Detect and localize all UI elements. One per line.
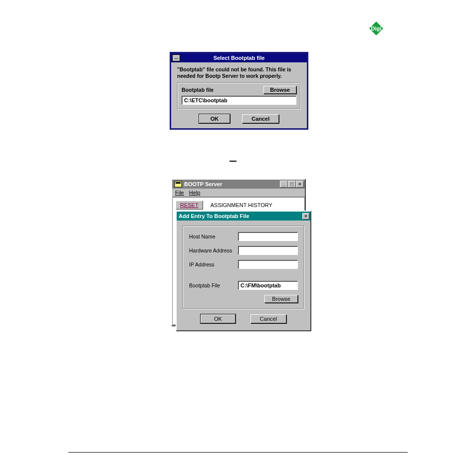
add-entry-titlebar[interactable]: Add Entry To Bootptab File × [177,212,310,221]
cancel-button[interactable]: Cancel [242,114,279,123]
svg-rect-2 [175,181,182,187]
browse-button[interactable]: Browse [264,295,298,303]
hardware-address-label: Hardware Address [189,247,238,253]
close-icon[interactable]: × [302,213,309,220]
svg-text:Digi: Digi [371,25,382,31]
browse-button[interactable]: Browse [263,86,296,94]
add-entry-title: Add Entry To Bootptab File [179,213,249,219]
menubar: File Help [172,189,305,197]
dialog-message: "Bootptab" file could not be found. This… [177,66,301,79]
ip-address-label: IP Address [189,261,238,267]
bootptab-field-label: Bootptab file [182,87,214,93]
close-icon[interactable]: × [296,181,304,188]
menu-help[interactable]: Help [189,190,201,196]
app-icon [174,181,182,188]
bootptab-groupbox: Bootptab file Browse [177,82,301,109]
menu-file[interactable]: File [175,190,184,196]
host-name-input[interactable] [238,232,298,241]
entry-fields-groupbox: Host Name Hardware Address IP Address Bo… [183,226,304,309]
select-bootptab-dialog: — Select Bootptab file "Bootptab" file c… [170,52,308,130]
digi-logo: Digi [366,20,386,37]
assignment-history-label: ASSIGNMENT HISTORY [211,202,272,208]
add-entry-dialog: Add Entry To Bootptab File × Host Name H… [176,211,311,331]
bootptab-path-input[interactable] [182,96,296,105]
server-titlebar[interactable]: BOOTP Server _ □ × [172,180,305,189]
host-name-label: Host Name [189,234,238,239]
reset-button[interactable]: RESET [176,201,203,210]
ip-address-input[interactable] [238,260,298,269]
bootptab-file-label: Bootptab File [189,282,238,288]
hardware-address-input[interactable] [238,246,298,255]
bootptab-file-input[interactable] [238,281,298,290]
dialog-titlebar[interactable]: — Select Bootptab file [171,53,307,62]
system-menu-icon[interactable]: — [172,54,180,61]
server-title: BOOTP Server [184,181,222,187]
ok-button[interactable]: OK [201,314,236,323]
page-divider [68,452,408,453]
svg-rect-3 [176,182,181,184]
divider [230,161,237,162]
ok-button[interactable]: OK [199,114,231,123]
cancel-button[interactable]: Cancel [250,314,286,323]
minimize-icon[interactable]: _ [280,181,288,188]
dialog-title: Select Bootptab file [214,55,265,61]
maximize-icon[interactable]: □ [288,181,296,188]
